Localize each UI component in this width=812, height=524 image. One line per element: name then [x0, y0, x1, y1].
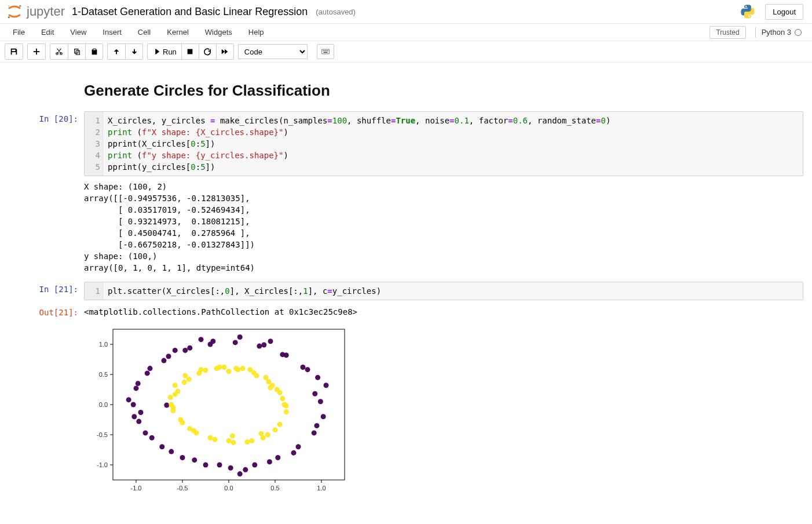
svg-rect-3 [188, 49, 193, 54]
save-button[interactable] [5, 44, 23, 59]
svg-point-87 [265, 432, 270, 438]
code-cell-21[interactable]: In [21]: 1 plt.scatter(X_circles[:,0], X… [0, 282, 812, 300]
markdown-cell[interactable]: Generate Circles for Classification [0, 71, 812, 107]
svg-point-103 [273, 427, 278, 432]
menu-help[interactable]: Help [240, 24, 272, 40]
restart-button[interactable] [199, 44, 216, 59]
menu-cell[interactable]: Cell [130, 24, 159, 40]
svg-point-121 [222, 365, 227, 370]
interrupt-button[interactable] [181, 44, 199, 59]
cut-button[interactable] [50, 44, 68, 59]
trusted-indicator[interactable]: Trusted [709, 26, 745, 39]
svg-point-61 [267, 459, 272, 464]
svg-point-105 [245, 439, 250, 445]
svg-point-62 [243, 467, 248, 472]
svg-point-114 [214, 366, 220, 371]
code-cell-20[interactable]: In [20]: 1 2 3 4 5 X_circles, y_circles … [0, 111, 812, 274]
svg-text:-1.0: -1.0 [97, 461, 108, 468]
scatter-plot: -1.0-0.50.00.51.0-1.0-0.50.00.51.0 [84, 323, 803, 499]
run-icon [152, 48, 160, 56]
svg-text:0.0: 0.0 [99, 401, 108, 408]
svg-point-120 [240, 366, 246, 371]
svg-point-58 [315, 375, 320, 380]
in-prompt-20: In [20]: [9, 111, 84, 274]
move-up-button[interactable] [108, 44, 125, 59]
svg-point-47 [131, 414, 137, 419]
copy-button[interactable] [68, 44, 85, 59]
svg-point-50 [180, 455, 185, 460]
svg-point-53 [252, 463, 257, 468]
paste-button[interactable] [85, 44, 103, 59]
jupyter-logo-icon [6, 3, 23, 20]
svg-point-112 [182, 380, 187, 385]
logout-button[interactable]: Logout [765, 4, 803, 20]
svg-point-40 [237, 334, 243, 340]
svg-point-84 [280, 396, 285, 401]
keyboard-icon [321, 48, 330, 56]
svg-point-77 [301, 365, 306, 370]
svg-point-46 [126, 397, 131, 402]
paste-icon [90, 48, 98, 56]
svg-point-86 [277, 422, 283, 427]
svg-point-54 [275, 455, 280, 460]
svg-point-67 [136, 419, 141, 424]
svg-point-85 [284, 409, 289, 414]
svg-point-65 [169, 449, 174, 454]
line-gutter: 1 2 3 4 5 [85, 112, 103, 176]
jupyter-logo[interactable]: jupyter [6, 3, 65, 20]
restart-run-all-button[interactable] [216, 44, 233, 59]
svg-text:0.5: 0.5 [99, 371, 108, 378]
svg-point-89 [231, 440, 236, 445]
svg-point-60 [291, 450, 297, 456]
out-prompt-21: Out[21]: [9, 305, 84, 499]
svg-rect-5 [323, 50, 323, 51]
svg-rect-8 [326, 50, 327, 51]
menu-insert[interactable]: Insert [94, 24, 130, 40]
prompt-empty [9, 71, 84, 107]
svg-text:-1.0: -1.0 [131, 485, 142, 492]
code-text-21[interactable]: plt.scatter(X_circles[:,0], X_circles[:,… [103, 282, 386, 300]
svg-point-35 [318, 399, 323, 404]
svg-point-45 [136, 381, 141, 386]
svg-rect-7 [325, 50, 325, 51]
svg-point-49 [159, 444, 164, 449]
svg-rect-9 [327, 50, 328, 51]
svg-point-33 [312, 391, 317, 396]
cut-icon [55, 48, 63, 56]
section-heading: Generate Circles for Classification [84, 82, 803, 100]
celltype-select[interactable]: Code [238, 44, 308, 59]
menu-file[interactable]: File [5, 24, 33, 40]
menu-widgets[interactable]: Widgets [197, 24, 240, 40]
code-input-21[interactable]: 1 plt.scatter(X_circles[:,0], X_circles[… [84, 282, 803, 300]
run-button[interactable]: Run [148, 44, 181, 59]
svg-text:0.0: 0.0 [224, 485, 233, 492]
svg-point-76 [280, 352, 285, 357]
code-input-20[interactable]: 1 2 3 4 5 X_circles, y_circles = make_ci… [84, 111, 803, 176]
notebook-header: jupyter 1-Dataset Generation and Basic L… [0, 0, 812, 24]
in-prompt-21: In [21]: [9, 282, 84, 300]
stop-icon [186, 48, 194, 56]
code-text-20[interactable]: X_circles, y_circles = make_circles(n_sa… [103, 112, 615, 176]
svg-point-57 [321, 414, 326, 419]
notebook-container: Generate Circles for Classification In [… [0, 63, 812, 524]
svg-point-123 [186, 377, 192, 382]
svg-point-124 [175, 389, 181, 394]
kernel-name[interactable]: Python 3 [762, 28, 791, 37]
copy-icon [73, 48, 81, 56]
notebook-name[interactable]: 1-Dataset Generation and Basic Linear Re… [72, 6, 308, 18]
svg-point-1 [8, 16, 10, 18]
svg-point-66 [149, 435, 155, 441]
svg-point-88 [250, 438, 255, 443]
svg-text:0.5: 0.5 [270, 485, 279, 492]
jupyter-logo-text: jupyter [27, 4, 65, 19]
svg-point-106 [226, 438, 232, 443]
svg-point-39 [261, 343, 266, 348]
move-down-button[interactable] [125, 44, 142, 59]
menu-view[interactable]: View [62, 24, 94, 40]
insert-cell-button[interactable] [28, 44, 45, 59]
command-palette-button[interactable] [317, 44, 334, 59]
repr-output-21: <matplotlib.collections.PathCollection a… [84, 305, 803, 318]
svg-point-122 [203, 367, 209, 373]
menu-edit[interactable]: Edit [33, 24, 62, 40]
menu-kernel[interactable]: Kernel [159, 24, 197, 40]
